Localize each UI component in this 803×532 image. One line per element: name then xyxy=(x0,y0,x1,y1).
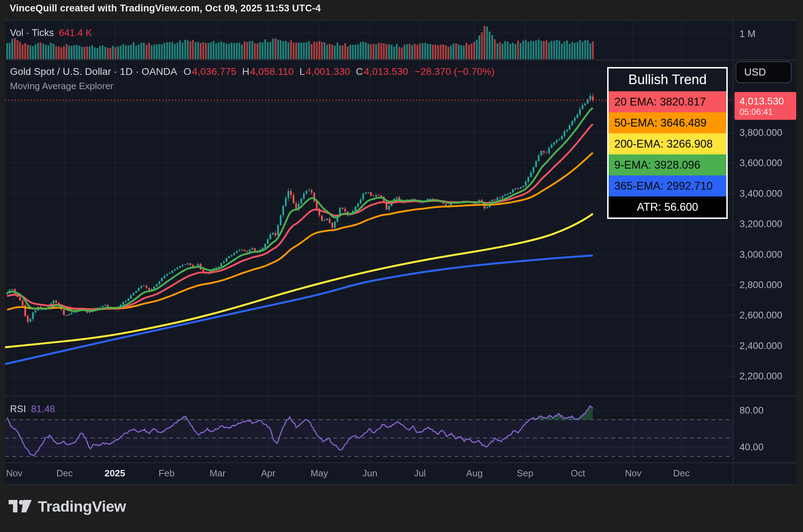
volume-pane-legend[interactable]: Vol · Ticks 641.4 K xyxy=(10,27,92,39)
legend-row: 365-EMA: 2992.710 xyxy=(609,175,726,196)
ohlc-item: L4,001.330 xyxy=(299,66,350,77)
price-tick-label: 3,400.000 xyxy=(740,188,782,199)
volume-axis-label: 1 M xyxy=(740,28,756,40)
price-tick-label: 2,400.000 xyxy=(740,340,782,352)
ohlc-value: 4,013.530 xyxy=(364,66,408,77)
rsi-label: RSI xyxy=(10,404,26,415)
ohlc-readout: O4,036.775H4,058.110L4,001.330C4,013.530 xyxy=(183,66,408,77)
last-price-tag[interactable]: 4,013.530 05:06:41 xyxy=(735,92,796,120)
price-tick-label: 2,200.000 xyxy=(740,370,782,382)
ohlc-item: C4,013.530 xyxy=(356,66,408,77)
price-tick-label: 3,600.000 xyxy=(740,157,782,169)
month-label: Oct xyxy=(562,468,594,479)
symbol-title: Gold Spot / U.S. Dollar · 1D · OANDA xyxy=(10,66,177,77)
footer-branding[interactable]: TradingView xyxy=(9,498,126,515)
currency-button[interactable]: USD xyxy=(736,61,792,83)
rsi-value: 81.48 xyxy=(31,404,55,415)
month-label: Nov xyxy=(0,468,30,479)
ohlc-key: L xyxy=(299,66,305,77)
legend-row: 20 EMA: 3820.817 xyxy=(609,91,726,112)
ohlc-key: H xyxy=(242,66,249,77)
ohlc-item: O4,036.775 xyxy=(183,66,236,77)
month-label: 2025 xyxy=(99,468,131,479)
month-label: Dec xyxy=(665,468,697,479)
legend-row: 9-EMA: 3928.096 xyxy=(609,154,726,175)
last-price-value: 4,013.530 xyxy=(740,96,796,107)
ohlc-item: H4,058.110 xyxy=(242,66,294,77)
countdown-timer: 05:06:41 xyxy=(740,107,796,117)
ohlc-key: C xyxy=(356,66,363,77)
month-label: Jun xyxy=(354,468,386,479)
change-readout: −28.370 (−0.70%) xyxy=(415,66,494,77)
month-label: May xyxy=(303,468,335,479)
rsi-tick-label: 80.00 xyxy=(740,405,764,416)
price-tick-label: 3,200.000 xyxy=(740,218,782,230)
month-label: Feb xyxy=(151,468,183,479)
tradingview-wordmark: TradingView xyxy=(38,498,126,515)
trend-legend-panel: Bullish Trend 20 EMA: 3820.81750-EMA: 36… xyxy=(607,67,728,219)
volume-value: 641.4 K xyxy=(59,27,92,39)
month-label: Sep xyxy=(509,468,541,479)
rsi-pane-legend[interactable]: RSI 81.48 xyxy=(10,404,55,415)
legend-row: 200-EMA: 3266.908 xyxy=(609,133,726,154)
price-tick-label: 2,600.000 xyxy=(740,310,782,321)
month-label: Apr xyxy=(252,468,284,479)
ohlc-key: O xyxy=(183,66,191,77)
price-tick-label: 2,800.000 xyxy=(740,279,782,291)
indicator-subtitle: Moving Average Explorer xyxy=(10,81,113,92)
rsi-tick-label: 40.00 xyxy=(740,441,764,453)
watermark-credit: VinceQuill created with TradingView.com,… xyxy=(10,3,321,14)
legend-title: Bullish Trend xyxy=(609,68,726,91)
ohlc-value: 4,001.330 xyxy=(306,66,350,77)
legend-row: 50-EMA: 3646.489 xyxy=(609,112,726,133)
month-label: Jul xyxy=(404,468,436,479)
ohlc-value: 4,036.775 xyxy=(192,66,237,77)
price-tick-label: 3,800.000 xyxy=(740,127,782,138)
tradingview-chart-screenshot: VinceQuill created with TradingView.com,… xyxy=(0,0,803,532)
month-label: Dec xyxy=(49,468,81,479)
ohlc-value: 4,058.110 xyxy=(250,66,294,77)
symbol-legend[interactable]: Gold Spot / U.S. Dollar · 1D · OANDA O4,… xyxy=(10,66,495,77)
tradingview-logo-icon xyxy=(9,500,32,513)
month-label: Nov xyxy=(617,468,649,479)
volume-label: Vol · Ticks xyxy=(10,27,54,39)
month-label: Mar xyxy=(202,468,234,479)
price-tick-label: 3,000.000 xyxy=(740,249,782,260)
legend-row: ATR: 56.600 xyxy=(609,196,726,218)
month-label: Aug xyxy=(458,468,491,479)
